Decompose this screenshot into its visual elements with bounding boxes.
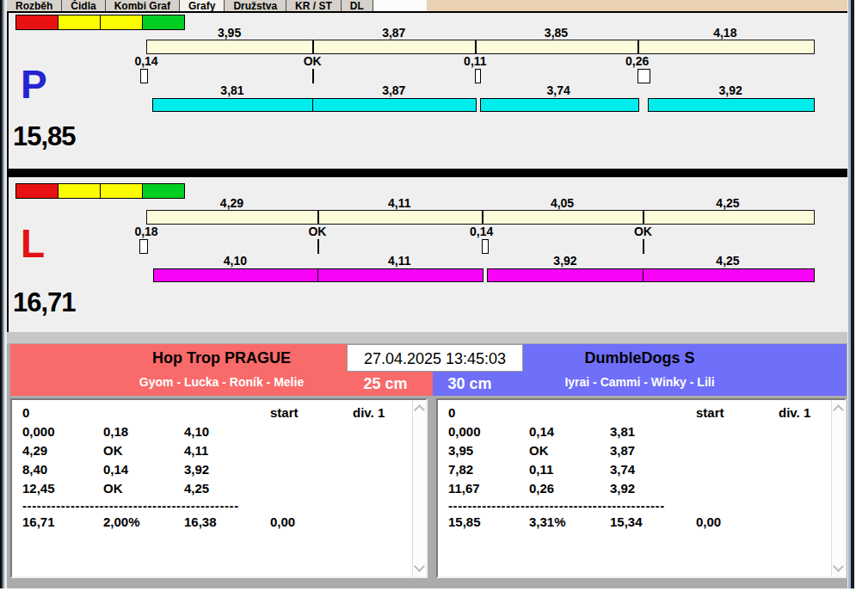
crossing-labels: 0,18OK0,14OK — [9, 225, 850, 239]
table-cell: 0,000 — [448, 424, 481, 439]
table-cell: 3,87 — [610, 443, 635, 458]
vertical-scrollbar[interactable] — [831, 400, 845, 576]
crossing-labels: 0,14OK0,110,26 — [9, 54, 850, 69]
scroll-down-icon[interactable] — [833, 561, 844, 572]
crossing-value: OK — [634, 225, 652, 238]
crossing-error-box — [637, 69, 650, 83]
table-cell: 2,00% — [103, 514, 140, 529]
crossing-value: 0,14 — [470, 225, 493, 238]
dog-time-value: 3,74 — [547, 83, 570, 97]
table-cell: 0,00 — [696, 514, 721, 529]
crossing-error-box — [139, 239, 148, 254]
table-cell: 0 — [22, 405, 29, 420]
dog-time-labels: 3,813,873,743,92 — [9, 83, 850, 98]
split-divider-tick — [475, 40, 477, 53]
tab-bar: RozběhČidlaKombi GrafGrafyDružstvaKR / S… — [7, 0, 847, 11]
window-left-border — [0, 0, 5, 588]
dog-time-value: 3,92 — [719, 83, 742, 97]
table-cell: 7,82 — [448, 462, 473, 477]
crossing-value: 0,14 — [134, 54, 157, 68]
table-cell: 0,14 — [103, 462, 128, 477]
crossing-marks — [9, 69, 850, 83]
scroll-up-icon[interactable] — [414, 404, 425, 416]
table-cell: ----------------------------------------… — [22, 498, 239, 513]
lane-total-time: 15,85 — [13, 123, 76, 150]
results-table-body: 0startdiv. 10,0000,184,104,29OK4,118,400… — [12, 400, 412, 576]
jump-height-right: 30 cm — [431, 375, 508, 393]
split-time-labels: 3,953,873,854,18 — [9, 26, 850, 40]
tab-dru-stva[interactable]: Družstva — [224, 0, 286, 11]
crossing-error-box — [140, 69, 148, 83]
split-time-labels: 4,294,114,054,25 — [9, 196, 850, 211]
dog-time-labels: 4,104,113,924,25 — [9, 254, 850, 268]
scoreboard: Hop Trop PRAGUE Gyom - Lucka - Roník - M… — [7, 343, 847, 588]
tab-grafy[interactable]: Grafy — [179, 0, 225, 11]
table-cell: 0 — [448, 405, 455, 420]
split-time-value: 4,18 — [713, 26, 736, 40]
dog-time-segment — [487, 268, 645, 282]
crossing-value: 0,11 — [464, 54, 486, 68]
table-cell: 0,18 — [103, 424, 128, 439]
table-cell: 16,71 — [22, 514, 55, 529]
table-cell: 3,95 — [448, 443, 473, 458]
table-cell: 15,85 — [448, 514, 481, 529]
results-table-body: 0startdiv. 10,0000,143,813,95OK3,877,820… — [438, 400, 831, 576]
split-time-value: 3,87 — [382, 26, 405, 40]
tab-kombi-graf[interactable]: Kombi Graf — [105, 0, 180, 11]
crossing-value: OK — [308, 225, 326, 238]
tab-rozb-h[interactable]: Rozběh — [7, 0, 62, 11]
table-cell: div. 1 — [353, 405, 385, 420]
split-bar — [146, 210, 815, 225]
crossing-error-box — [475, 69, 481, 83]
split-time-value: 4,29 — [220, 196, 243, 210]
table-cell: 0,26 — [529, 481, 554, 496]
panel-separator — [7, 169, 852, 176]
window-right-border — [847, 0, 855, 588]
lane-total-time: 16,71 — [13, 289, 76, 316]
lane-letter: L — [21, 224, 45, 263]
table-cell: 0,11 — [529, 462, 553, 477]
tab-strip-gap — [373, 0, 427, 11]
table-cell: 4,10 — [184, 424, 209, 439]
split-divider-tick — [637, 40, 639, 53]
tab--idla[interactable]: Čidla — [61, 0, 105, 11]
dog-time-segment — [312, 98, 477, 112]
table-cell: OK — [529, 443, 549, 458]
dog-time-segment — [643, 268, 814, 282]
tab-strip-filler — [427, 0, 847, 11]
split-divider-tick — [643, 211, 644, 224]
table-cell: 12,45 — [22, 481, 55, 496]
split-divider-tick — [482, 211, 483, 224]
scroll-up-icon[interactable] — [833, 404, 844, 416]
dog-time-value: 4,10 — [224, 254, 247, 268]
crossing-ok-tick — [317, 239, 319, 254]
timestamp: 27.04.2025 13:45:03 — [347, 344, 523, 372]
table-cell: 0,000 — [22, 424, 55, 439]
dog-time-value: 3,81 — [220, 83, 243, 97]
split-time-value: 4,05 — [551, 196, 574, 210]
table-cell: 3,74 — [610, 462, 635, 477]
table-cell: div. 1 — [779, 405, 810, 420]
crossing-value: OK — [304, 54, 322, 68]
table-cell: 8,40 — [22, 462, 47, 477]
split-time-value: 3,85 — [545, 26, 568, 40]
split-time-value: 3,95 — [218, 26, 241, 40]
results-table-right[interactable]: 0startdiv. 10,0000,143,813,95OK3,877,820… — [436, 398, 847, 578]
split-time-value: 4,25 — [716, 196, 739, 210]
table-cell: start — [696, 405, 724, 420]
dog-time-value: 3,92 — [553, 254, 576, 268]
table-cell: 3,31% — [529, 514, 566, 529]
table-cell: 3,81 — [610, 424, 635, 439]
table-cell: 0,14 — [529, 424, 554, 439]
vertical-scrollbar[interactable] — [412, 400, 426, 576]
table-cell: 15,34 — [610, 514, 643, 529]
crossing-value: 0,26 — [625, 54, 649, 68]
dog-time-segment — [317, 268, 483, 282]
results-table-left[interactable]: 0startdiv. 10,0000,184,104,29OK4,118,400… — [10, 398, 428, 578]
table-cell: OK — [103, 443, 123, 458]
lane-letter: P — [21, 65, 47, 104]
scroll-down-icon[interactable] — [414, 561, 425, 572]
tab-dl[interactable]: DL — [341, 0, 373, 11]
tab-kr-st[interactable]: KR / ST — [286, 0, 342, 11]
table-cell: 4,25 — [184, 481, 209, 496]
